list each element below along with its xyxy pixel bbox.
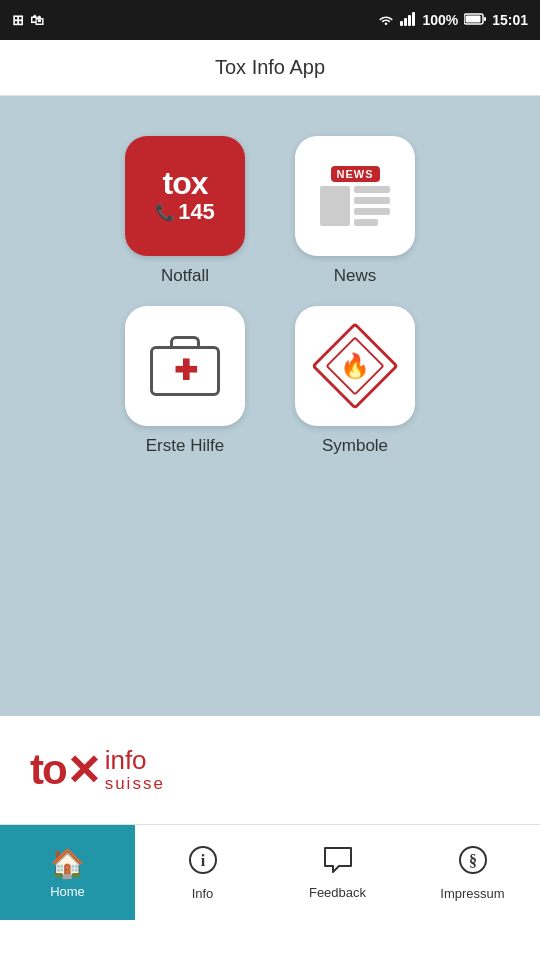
info-suisse-block: info suisse: [105, 746, 165, 793]
info-label: Info: [192, 886, 214, 901]
notfall-icon-box: tox 📞 145: [125, 136, 245, 256]
svg-rect-0: [400, 21, 403, 26]
nav-home[interactable]: 🏠 Home: [0, 825, 135, 920]
footer-logo-section: to ✕ info suisse: [0, 716, 540, 824]
symbole-icon-inner: 🔥: [320, 331, 390, 401]
impressum-label: Impressum: [440, 886, 504, 901]
notfall-item[interactable]: tox 📞 145 Notfall: [110, 136, 260, 286]
battery-percent: 100%: [422, 12, 458, 28]
bottom-nav: 🏠 Home i Info Feedback § Impressum: [0, 824, 540, 920]
info-icon: i: [188, 845, 218, 882]
time-display: 15:01: [492, 12, 528, 28]
erste-hilfe-icon-box: ✚: [125, 306, 245, 426]
symbole-label: Symbole: [322, 436, 388, 456]
news-item[interactable]: NEWS News: [280, 136, 430, 286]
red-cross-icon: ✚: [174, 357, 197, 385]
erste-hilfe-item[interactable]: ✚ Erste Hilfe: [110, 306, 260, 456]
news-lines: [320, 186, 390, 226]
suisse-text: suisse: [105, 775, 165, 794]
app-icon-1: ⊞: [12, 12, 24, 28]
erste-hilfe-icon-inner: ✚: [150, 336, 220, 396]
tox-x-letter: ✕: [66, 746, 101, 795]
home-icon: 🏠: [50, 847, 85, 880]
nav-info[interactable]: i Info: [135, 825, 270, 920]
tox-footer-text: to: [30, 746, 66, 794]
status-bar: ⊞ 🛍 100% 15:01: [0, 0, 540, 40]
erste-hilfe-label: Erste Hilfe: [146, 436, 224, 456]
svg-rect-2: [408, 15, 411, 26]
news-badge: NEWS: [331, 166, 380, 182]
battery-icon: [464, 12, 486, 28]
news-label: News: [334, 266, 377, 286]
app-title: Tox Info App: [215, 56, 325, 79]
impressum-icon: §: [458, 845, 488, 882]
symbole-icon-box: 🔥: [295, 306, 415, 426]
app-icon-2: 🛍: [30, 12, 44, 28]
nav-impressum[interactable]: § Impressum: [405, 825, 540, 920]
info-text: info: [105, 746, 165, 775]
wifi-icon: [378, 12, 394, 28]
flame-icon: 🔥: [340, 352, 370, 380]
svg-text:§: §: [469, 852, 477, 869]
svg-rect-3: [412, 12, 415, 26]
main-content: tox 📞 145 Notfall NEWS: [0, 96, 540, 716]
app-grid: tox 📞 145 Notfall NEWS: [110, 136, 430, 456]
status-right-info: 100% 15:01: [378, 12, 528, 29]
nav-feedback[interactable]: Feedback: [270, 825, 405, 920]
feedback-label: Feedback: [309, 885, 366, 900]
tox-145-logo: tox 📞 145: [155, 167, 215, 225]
svg-rect-6: [484, 17, 486, 21]
tox-footer-logo: to ✕ info suisse: [30, 746, 165, 795]
svg-text:i: i: [200, 852, 205, 869]
svg-rect-1: [404, 18, 407, 26]
phone-icon: 📞: [155, 203, 175, 222]
signal-icon: [400, 12, 416, 29]
notfall-label: Notfall: [161, 266, 209, 286]
feedback-icon: [323, 846, 353, 881]
home-label: Home: [50, 884, 85, 899]
briefcase-body: ✚: [150, 346, 220, 396]
symbole-item[interactable]: 🔥 Symbole: [280, 306, 430, 456]
svg-rect-5: [466, 16, 481, 23]
news-icon-box: NEWS: [295, 136, 415, 256]
news-icon-inner: NEWS: [320, 166, 390, 226]
status-left-icons: ⊞ 🛍: [12, 12, 44, 28]
app-header: Tox Info App: [0, 40, 540, 96]
